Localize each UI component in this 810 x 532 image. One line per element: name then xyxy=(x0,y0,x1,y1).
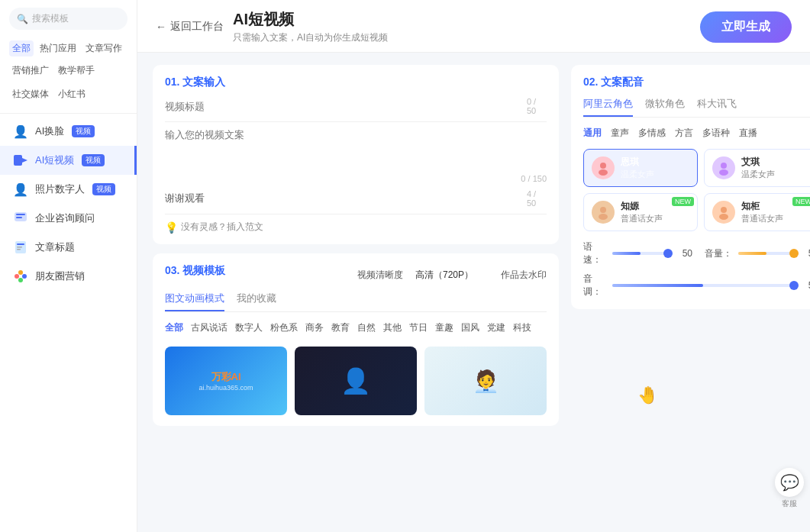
dubbing-section: 02. 文案配音 阿里云角色 微软角色 科大讯飞 通用 童声 多情感 方言 多语… xyxy=(571,65,810,309)
nav-tag-hot[interactable]: 热门应用 xyxy=(37,40,79,56)
filter-cute[interactable]: 童趣 xyxy=(435,320,453,336)
filter-nature[interactable]: 自然 xyxy=(357,320,376,336)
article-title-icon xyxy=(12,239,29,256)
vf-general[interactable]: 通用 xyxy=(583,127,602,140)
speed-label: 语速： xyxy=(583,240,606,266)
video-thumb-3[interactable]: 🧑‍💼 xyxy=(424,347,547,415)
thumb-1-content: 万彩AI ai.huihua365.com xyxy=(198,370,253,392)
vf-multilang[interactable]: 多语种 xyxy=(702,127,730,140)
dtab-iflytek[interactable]: 科大讯飞 xyxy=(697,97,737,117)
filter-party[interactable]: 党建 xyxy=(487,320,505,336)
nav-tag-xiaohongshu[interactable]: 小红书 xyxy=(55,86,89,102)
thanks-input[interactable] xyxy=(165,193,527,205)
voice-card-zhigui[interactable]: 知柜 普通话女声 NEW xyxy=(704,193,810,231)
customer-service-button[interactable]: 💬 客服 xyxy=(775,468,804,509)
svg-point-19 xyxy=(599,214,608,220)
biz-consult-icon xyxy=(12,210,29,227)
enqi-info: 恩琪 温柔女声 xyxy=(621,156,689,180)
svg-point-21 xyxy=(719,214,728,220)
nav-section-row3: 社交媒体 小红书 xyxy=(0,85,137,110)
ai-face-label: AI换脸 xyxy=(35,124,64,138)
voice-card-aiqi[interactable]: 艾琪 温柔女声 xyxy=(704,149,810,187)
video-thumb-2[interactable]: 👤 xyxy=(295,347,417,415)
thumb-1-url: ai.huihua365.com xyxy=(198,384,253,392)
svg-point-20 xyxy=(721,207,727,213)
tab-favorites[interactable]: 我的收藏 xyxy=(237,292,276,311)
thumb-2-person: 👤 xyxy=(340,366,371,395)
generate-button[interactable]: 立即生成 xyxy=(700,11,792,43)
title-input[interactable] xyxy=(165,101,527,112)
filter-pink[interactable]: 粉色系 xyxy=(270,320,298,336)
nav-tag-marketing[interactable]: 营销推广 xyxy=(9,63,52,79)
svg-point-11 xyxy=(18,270,23,275)
zhiyuan-desc: 普通话女声 xyxy=(621,213,689,224)
cs-icon: 💬 xyxy=(775,468,804,497)
aiqi-avatar xyxy=(712,156,735,179)
filter-biz[interactable]: 商务 xyxy=(305,320,324,336)
filter-other[interactable]: 其他 xyxy=(383,320,402,336)
tab-animation[interactable]: 图文动画模式 xyxy=(165,292,224,311)
voice-cards: 恩琪 温柔女声 艾琪 温柔女声 xyxy=(583,149,810,231)
search-bar[interactable]: 🔍 搜索模板 xyxy=(9,8,127,30)
speed-row: 语速： 50 音量： 50 xyxy=(583,240,810,266)
nav-tag-social[interactable]: 社交媒体 xyxy=(9,86,52,102)
thumb-1-bg: 万彩AI ai.huihua365.com xyxy=(165,347,287,415)
nav-tag-all[interactable]: 全部 xyxy=(9,40,34,56)
filter-gufeng[interactable]: 古风说话 xyxy=(191,320,228,336)
volume-track[interactable] xyxy=(738,252,794,255)
aiqi-name: 艾琪 xyxy=(741,156,810,169)
video-thumb-1[interactable]: 万彩AI ai.huihua365.com xyxy=(165,347,287,415)
vf-emotion[interactable]: 多情感 xyxy=(638,127,666,140)
pitch-track[interactable] xyxy=(612,284,794,287)
sidebar-item-biz-consult[interactable]: 企业咨询顾问 xyxy=(0,204,137,233)
sidebar-item-ai-video[interactable]: AI短视频 视频 xyxy=(0,146,137,175)
filter-digital[interactable]: 数字人 xyxy=(235,320,263,336)
svg-rect-6 xyxy=(17,243,24,245)
svg-rect-7 xyxy=(17,247,22,248)
hint-text[interactable]: 没有灵感？插入范文 xyxy=(181,221,263,234)
volume-label: 音量： xyxy=(705,247,732,260)
hint-icon: 💡 xyxy=(165,221,178,234)
section-03-title: 03. 视频模板 xyxy=(165,264,225,278)
volume-value: 50 xyxy=(800,248,810,259)
voice-card-enqi[interactable]: 恩琪 温柔女声 xyxy=(583,149,698,187)
dtab-aliyun[interactable]: 阿里云角色 xyxy=(583,97,633,117)
thumb-3-bg: 🧑‍💼 xyxy=(424,347,547,415)
filter-festival[interactable]: 节日 xyxy=(409,320,428,336)
right-panel: 02. 文案配音 阿里云角色 微软角色 科大讯飞 通用 童声 多情感 方言 多语… xyxy=(571,65,810,520)
back-label: 返回工作台 xyxy=(170,20,224,34)
section-01-title: 01. 文案输入 xyxy=(165,76,547,89)
speed-track[interactable] xyxy=(612,252,668,255)
svg-rect-8 xyxy=(17,249,21,250)
sidebar-item-ai-face[interactable]: 👤 AI换脸 视频 xyxy=(0,117,137,146)
svg-rect-3 xyxy=(16,214,25,215)
thanks-row: 4 / 50 xyxy=(165,189,547,214)
content-textarea[interactable] xyxy=(165,128,547,166)
nav-tag-writing[interactable]: 文章写作 xyxy=(82,40,125,56)
filter-guofeng[interactable]: 国风 xyxy=(461,320,479,336)
filter-tech[interactable]: 科技 xyxy=(513,320,531,336)
dtab-microsoft[interactable]: 微软角色 xyxy=(645,97,685,117)
voice-card-zhiyuan[interactable]: 知嫄 普通话女声 NEW xyxy=(583,193,698,231)
search-placeholder: 搜索模板 xyxy=(32,12,69,25)
filter-edu[interactable]: 教育 xyxy=(331,320,350,336)
zhigui-new-badge: NEW xyxy=(792,197,810,206)
pitch-value: 50 xyxy=(800,280,810,291)
quality-value[interactable]: 高清（720P） xyxy=(415,269,473,282)
back-button[interactable]: ← 返回工作台 xyxy=(156,20,224,34)
nav-tag-teaching[interactable]: 教学帮手 xyxy=(55,63,98,79)
sidebar-item-article-title[interactable]: 文章标题 xyxy=(0,233,137,262)
svg-marker-1 xyxy=(22,158,27,163)
vf-dialect[interactable]: 方言 xyxy=(675,127,693,140)
sidebar-item-social-marketing[interactable]: 朋友圈营销 xyxy=(0,262,137,291)
photo-digital-badge: 视频 xyxy=(92,183,115,195)
photo-digital-label: 照片数字人 xyxy=(35,182,85,196)
vf-child[interactable]: 童声 xyxy=(611,127,629,140)
watermark-label: 作品去水印 xyxy=(501,269,547,282)
photo-digital-icon: 👤 xyxy=(12,181,29,198)
sidebar-item-photo-digital[interactable]: 👤 照片数字人 视频 xyxy=(0,175,137,204)
svg-point-10 xyxy=(15,274,19,279)
vf-live[interactable]: 直播 xyxy=(739,127,757,140)
left-panel: 01. 文案输入 0 / 50 0 / 150 4 / 50 xyxy=(153,65,559,520)
filter-all[interactable]: 全部 xyxy=(165,320,183,336)
